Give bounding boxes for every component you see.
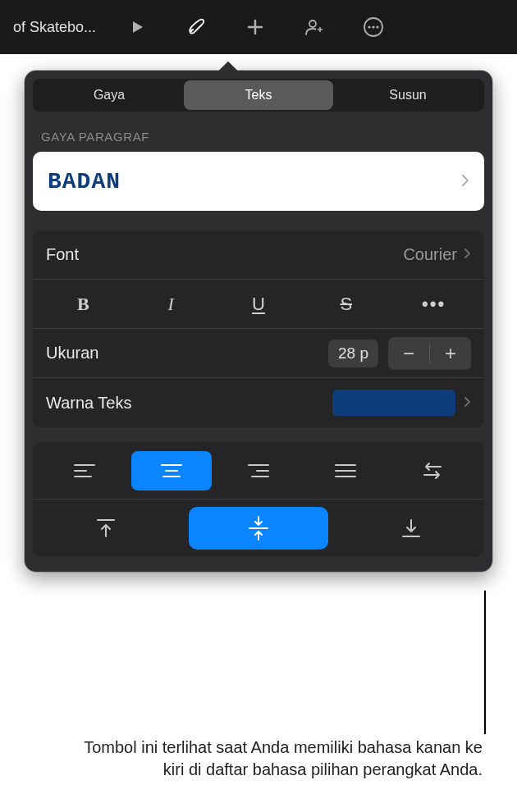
more-icon[interactable] <box>355 9 391 45</box>
font-label: Font <box>46 245 403 264</box>
strikethrough-icon: S <box>340 294 352 315</box>
strikethrough-button[interactable]: S <box>302 286 390 322</box>
add-icon[interactable] <box>237 9 273 45</box>
chevron-right-icon <box>464 246 471 263</box>
valign-bottom-button[interactable] <box>370 507 452 550</box>
format-tabs: Gaya Teks Susun <box>33 79 484 112</box>
align-left-icon <box>73 463 96 479</box>
align-justify-button[interactable] <box>305 451 386 490</box>
align-left-button[interactable] <box>44 451 125 490</box>
horizontal-align-row <box>33 442 484 500</box>
text-direction-button[interactable] <box>392 451 473 490</box>
svg-point-3 <box>368 25 370 28</box>
bold-button[interactable]: B <box>39 286 127 322</box>
size-decrease-button[interactable]: − <box>388 337 429 370</box>
paragraph-style-picker[interactable]: BADAN <box>33 152 484 211</box>
svg-point-4 <box>372 25 374 28</box>
text-color-row[interactable]: Warna Teks <box>33 378 484 427</box>
italic-button[interactable]: I <box>127 286 215 322</box>
size-increase-button[interactable]: + <box>430 337 471 370</box>
size-row: Ukuran 28 p − + <box>33 329 484 378</box>
underline-icon: U <box>252 294 265 315</box>
callout-text: Tombol ini terlihat saat Anda memiliki b… <box>74 737 483 781</box>
top-toolbar: of Skatebo... <box>0 0 517 54</box>
ellipsis-icon: ••• <box>422 294 446 315</box>
alignment-group <box>33 442 484 557</box>
tab-text[interactable]: Teks <box>184 80 333 110</box>
format-popover: Gaya Teks Susun GAYA PARAGRAF BADAN Font… <box>25 71 492 572</box>
text-color-swatch[interactable] <box>332 390 455 416</box>
valign-top-button[interactable] <box>65 507 147 550</box>
bold-icon: B <box>77 294 89 315</box>
chevron-right-icon <box>464 395 471 412</box>
svg-point-5 <box>376 25 378 28</box>
valign-bottom-icon <box>400 517 422 540</box>
size-stepper: − + <box>388 337 471 370</box>
document-title: of Skatebo... <box>13 19 96 36</box>
format-brush-icon[interactable] <box>178 9 214 45</box>
paragraph-style-value: BADAN <box>48 169 461 194</box>
font-style-row: B I U S ••• <box>33 280 484 329</box>
align-center-icon <box>160 463 183 479</box>
tab-style[interactable]: Gaya <box>34 80 184 110</box>
underline-button[interactable]: U <box>215 286 303 322</box>
align-justify-icon <box>334 463 357 479</box>
vertical-align-row <box>33 500 484 557</box>
svg-point-0 <box>309 21 316 27</box>
align-right-button[interactable] <box>218 451 299 490</box>
align-right-icon <box>247 463 270 479</box>
more-font-options-button[interactable]: ••• <box>390 286 478 322</box>
align-center-button[interactable] <box>131 451 212 490</box>
valign-middle-button[interactable] <box>189 507 328 550</box>
valign-top-icon <box>95 517 117 540</box>
collaborate-icon[interactable] <box>296 9 332 45</box>
italic-icon: I <box>168 294 174 315</box>
chevron-right-icon <box>461 172 469 191</box>
play-icon[interactable] <box>119 9 155 45</box>
font-value: Courier <box>403 245 457 264</box>
text-color-label: Warna Teks <box>46 394 332 413</box>
font-picker-row[interactable]: Font Courier <box>33 230 484 280</box>
size-label: Ukuran <box>46 344 328 363</box>
valign-middle-icon <box>246 515 271 541</box>
size-value[interactable]: 28 p <box>328 340 378 367</box>
text-direction-icon <box>421 462 444 480</box>
tab-arrange[interactable]: Susun <box>333 80 483 110</box>
paragraph-style-header: GAYA PARAGRAF <box>33 130 484 152</box>
callout-line <box>484 591 486 734</box>
font-group: Font Courier B I U S ••• Ukuran 28 p − +… <box>33 230 484 427</box>
